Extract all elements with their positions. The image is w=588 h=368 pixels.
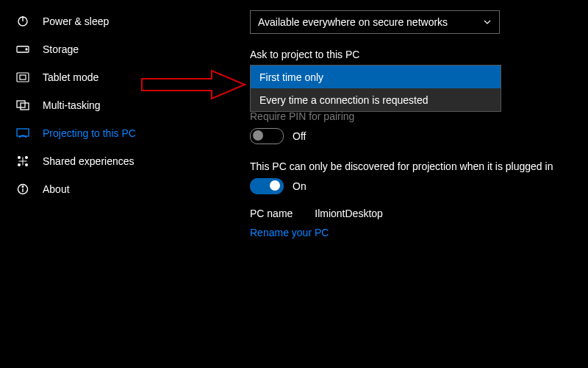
tablet-icon bbox=[15, 69, 31, 85]
settings-content: Available everywhere on secure networks … bbox=[184, 0, 588, 368]
svg-point-12 bbox=[25, 163, 28, 166]
svg-point-3 bbox=[26, 49, 27, 50]
discover-state: On bbox=[293, 180, 306, 192]
sidebar-item-label: Multi-tasking bbox=[43, 99, 101, 111]
sidebar-item-multitasking[interactable]: Multi-tasking bbox=[0, 91, 184, 119]
require-pin-label: Require PIN for pairing bbox=[250, 110, 581, 122]
sidebar-item-label: Tablet mode bbox=[43, 71, 98, 83]
require-pin-toggle[interactable] bbox=[250, 128, 284, 144]
availability-select-value: Available everywhere on secure networks bbox=[258, 16, 448, 28]
availability-select[interactable]: Available everywhere on secure networks bbox=[250, 10, 500, 34]
sidebar-item-label: Storage bbox=[43, 43, 79, 55]
discover-label: This PC can only be discovered for proje… bbox=[250, 160, 581, 172]
projecting-icon bbox=[15, 125, 31, 141]
pc-name-value: IlmiontDesktop bbox=[315, 208, 383, 219]
sidebar-item-label: About bbox=[43, 183, 70, 195]
sidebar-item-label: Power & sleep bbox=[43, 15, 109, 27]
pc-name-row: PC name IlmiontDesktop bbox=[250, 208, 581, 219]
sidebar-item-projecting[interactable]: Projecting to this PC bbox=[0, 119, 184, 147]
svg-point-9 bbox=[18, 156, 21, 159]
ask-to-project-dropdown[interactable]: First time only Every time a connection … bbox=[250, 65, 501, 112]
ask-to-project-label: Ask to project to this PC bbox=[250, 49, 581, 60]
svg-point-17 bbox=[22, 186, 24, 188]
multitasking-icon bbox=[15, 97, 31, 113]
sidebar-item-storage[interactable]: Storage bbox=[0, 35, 184, 63]
sidebar-item-about[interactable]: About bbox=[0, 175, 184, 203]
ask-option-first-time[interactable]: First time only bbox=[251, 66, 501, 88]
svg-rect-14 bbox=[23, 158, 24, 166]
sidebar-item-shared-experiences[interactable]: Shared experiences bbox=[0, 147, 184, 175]
info-icon bbox=[15, 181, 31, 197]
require-pin-state: Off bbox=[293, 130, 306, 142]
svg-rect-4 bbox=[17, 73, 29, 82]
storage-icon bbox=[15, 41, 31, 57]
dropdown-option-label: Every time a connection is requested bbox=[259, 94, 429, 106]
settings-sidebar: Power & sleep Storage Tablet mode Multi-… bbox=[0, 0, 184, 368]
sidebar-item-label: Projecting to this PC bbox=[43, 127, 136, 139]
chevron-down-icon bbox=[483, 18, 492, 26]
svg-point-10 bbox=[25, 156, 28, 159]
power-icon bbox=[15, 13, 31, 29]
dropdown-option-label: First time only bbox=[259, 71, 323, 83]
shared-experiences-icon bbox=[15, 153, 31, 169]
pc-name-label: PC name bbox=[250, 208, 293, 219]
discover-toggle[interactable] bbox=[250, 178, 284, 194]
ask-option-every-time[interactable]: Every time a connection is requested bbox=[251, 88, 501, 111]
svg-rect-5 bbox=[20, 75, 26, 79]
sidebar-item-tablet-mode[interactable]: Tablet mode bbox=[0, 63, 184, 91]
sidebar-item-power-sleep[interactable]: Power & sleep bbox=[0, 7, 184, 35]
svg-point-11 bbox=[18, 163, 21, 166]
sidebar-item-label: Shared experiences bbox=[43, 155, 135, 167]
rename-pc-link[interactable]: Rename your PC bbox=[250, 227, 581, 238]
